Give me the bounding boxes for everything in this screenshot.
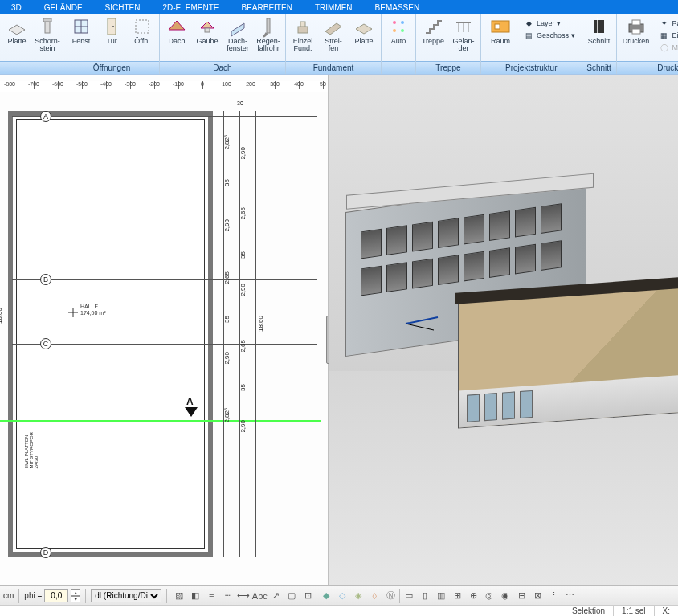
room-icon (490, 16, 511, 37)
svg-rect-8 (136, 20, 149, 33)
btn-fenster[interactable]: Fenst (67, 16, 95, 45)
auto-icon (388, 16, 409, 37)
plan-view[interactable]: -800-700-600-500-400-300-200-10001002003… (0, 75, 329, 585)
btn-regenfallrohr[interactable]: Regen- fallrohr (255, 16, 282, 53)
tb-target2-icon[interactable]: ◉ (498, 589, 513, 603)
dim-side: 18,00 (0, 308, 3, 324)
downpipe-icon (258, 16, 279, 37)
tb-layer1-icon[interactable]: ◆ (319, 589, 333, 603)
btn-gaube[interactable]: Gaube (194, 16, 221, 45)
tb-grid2-icon[interactable]: ⊟ (514, 589, 529, 603)
menu-2d[interactable]: 2D-ELEMENTE (152, 3, 231, 12)
tb-style-icon[interactable]: ◧ (188, 589, 202, 603)
tb-dots-icon[interactable]: ⋮ (546, 589, 561, 603)
menu-trimmen[interactable]: TRIMMEN (304, 3, 364, 12)
svg-marker-10 (201, 22, 214, 28)
dim-value: 35 (239, 384, 247, 391)
btn-drucken[interactable]: Drucken (620, 16, 652, 45)
btn-treppe[interactable]: Treppe (419, 16, 447, 45)
ruler-tick-label: -600 (52, 81, 63, 87)
tb-view2-icon[interactable]: ▯ (418, 589, 432, 603)
ruler-tick-label: 0 (201, 81, 204, 87)
phi-input[interactable] (44, 589, 68, 602)
btn-geschoss[interactable]: ▤Geschoss ▾ (523, 30, 575, 41)
ruler-tick-label: 50 (320, 81, 326, 87)
phi-spinner[interactable]: ▲▼ (71, 589, 80, 602)
status-ratio: 1:1 sel (614, 606, 654, 616)
menu-bemassen[interactable]: BEMASSEN (364, 3, 431, 12)
dim-total: 18,60 (257, 316, 264, 332)
group-label-fundament: Fundament (286, 61, 381, 74)
svg-rect-2 (43, 18, 51, 22)
btn-dach[interactable]: Dach (163, 16, 190, 45)
tb-grid3-icon[interactable]: ⊠ (530, 589, 545, 603)
tb-view1-icon[interactable]: ▭ (402, 589, 416, 603)
btn-schnitt[interactable]: Schnitt (586, 16, 613, 45)
svg-rect-6 (108, 18, 116, 35)
tb-layer4-icon[interactable]: ◊ (367, 589, 382, 603)
btn-layer[interactable]: ◆Layer ▾ (523, 18, 575, 29)
tb-dash-icon[interactable]: ┄ (220, 589, 235, 603)
tb-layer3-icon[interactable]: ◈ (351, 589, 366, 603)
axis-line (12, 116, 317, 117)
tb-target1-icon[interactable]: ◎ (482, 589, 496, 603)
btn-dachfenster[interactable]: Dach- fenster (224, 16, 251, 53)
dim-value: 35 (239, 251, 247, 259)
tb-n-icon[interactable]: Ⓝ (383, 589, 398, 603)
btn-oeffnung[interactable]: Öffn. (129, 16, 156, 45)
tb-sq2-icon[interactable]: ⊡ (300, 589, 315, 603)
btn-tuer[interactable]: Tür (98, 16, 125, 45)
tb-lines-icon[interactable]: ≡ (204, 589, 219, 603)
section-icon (589, 16, 610, 37)
tb-layer2-icon[interactable]: ◇ (335, 589, 349, 603)
dim-value: 2,65 (239, 340, 247, 353)
btn-auto[interactable]: Auto (385, 16, 412, 45)
tb-grid-icon[interactable]: ⊞ (450, 589, 464, 603)
menu-sichten[interactable]: SICHTEN (94, 3, 152, 12)
layer-icon: ◆ (523, 18, 534, 29)
svg-marker-12 (231, 23, 244, 36)
tb-arrow-icon[interactable]: ↗ (268, 589, 283, 603)
tb-center-icon[interactable]: ⊕ (466, 589, 480, 603)
mode-select[interactable]: dl (Richtung/Di (91, 589, 161, 602)
status-selection: Selektion (564, 606, 614, 616)
svg-rect-14 (298, 27, 308, 33)
btn-streifen[interactable]: Strei- fen (320, 16, 347, 53)
dim-value: 35 (223, 179, 231, 186)
btn-einheit[interactable]: ▦Einheit/Maßst. (659, 30, 678, 41)
building-outline (8, 111, 213, 557)
group-label-auto (382, 61, 415, 74)
tb-dim-icon[interactable]: ⟷ (236, 589, 251, 603)
menu-bar: 3D GELÄNDE SICHTEN 2D-ELEMENTE BEARBEITE… (0, 0, 678, 14)
tb-more-icon[interactable]: ⋯ (562, 589, 577, 603)
axis-d: D (40, 547, 51, 558)
btn-gelaender[interactable]: Gelän- der (450, 16, 477, 53)
btn-papierformat[interactable]: ✦Papierformat (659, 18, 678, 29)
btn-raum[interactable]: Raum (484, 16, 517, 45)
btn-fund-platte[interactable]: Platte (350, 16, 378, 45)
ruler-tick-label: -800 (4, 81, 15, 87)
slab2-icon (353, 16, 374, 37)
dim-value: 2,90 (223, 219, 231, 232)
tb-view3-icon[interactable]: ▥ (434, 589, 448, 603)
tb-abc-icon[interactable]: Abc (252, 589, 267, 603)
menu-bearbeiten[interactable]: BEARBEITEN (231, 3, 304, 12)
menu-gelaende[interactable]: GELÄNDE (33, 3, 94, 12)
menu-3d[interactable]: 3D (0, 3, 33, 12)
window-icon (71, 16, 92, 37)
svg-marker-33 (185, 407, 198, 417)
tb-hatch-icon[interactable]: ▨ (172, 589, 186, 603)
opening-icon (132, 16, 153, 37)
btn-schornstein[interactable]: Schorn- stein (34, 16, 61, 53)
ruler-horizontal: -800-700-600-500-400-300-200-10001002003… (0, 81, 328, 92)
btn-mehrere-seiten[interactable]: ◯Mehrere Seiten (659, 42, 678, 53)
unit-icon: ▦ (659, 30, 670, 41)
dim-line (223, 111, 224, 557)
svg-marker-9 (169, 21, 185, 30)
btn-einzelfund[interactable]: Einzel Fund. (289, 16, 317, 53)
3d-view[interactable] (329, 75, 678, 585)
section-line[interactable] (0, 420, 321, 422)
btn-platte[interactable]: Platte (3, 16, 31, 45)
skylight-icon (227, 16, 248, 37)
tb-sq1-icon[interactable]: ▢ (284, 589, 299, 603)
